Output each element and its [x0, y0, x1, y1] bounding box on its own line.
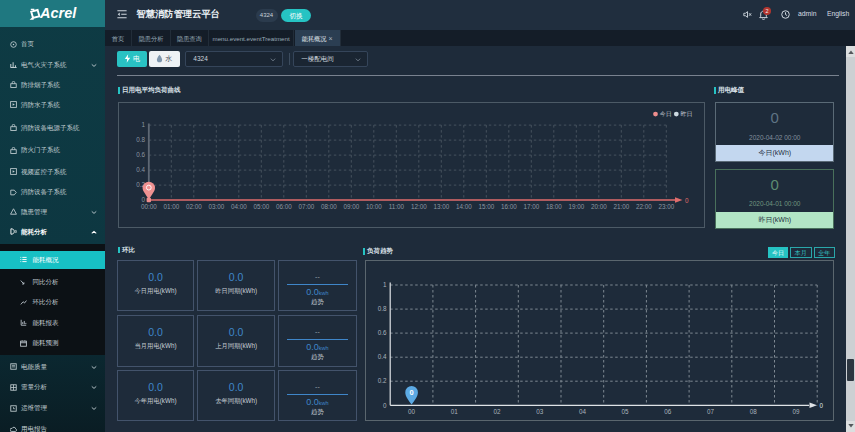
svg-text:0.8: 0.8	[378, 305, 387, 312]
svg-text:07: 07	[707, 407, 715, 414]
svg-text:0.8: 0.8	[136, 137, 145, 144]
svg-text:22:00: 22:00	[635, 203, 651, 210]
svg-text:23:00: 23:00	[658, 203, 674, 210]
svg-text:0: 0	[383, 401, 387, 408]
svg-text:0: 0	[685, 197, 689, 204]
svg-text:20:00: 20:00	[590, 203, 606, 210]
svg-text:02: 02	[493, 407, 501, 414]
svg-text:13:00: 13:00	[433, 203, 449, 210]
svg-text:1: 1	[383, 281, 387, 288]
svg-text:0.2: 0.2	[378, 377, 387, 384]
svg-text:0.4: 0.4	[378, 353, 387, 360]
svg-text:0.4: 0.4	[136, 167, 145, 174]
svg-text:01: 01	[450, 407, 458, 414]
svg-text:09: 09	[792, 407, 800, 414]
svg-text:0: 0	[819, 402, 823, 409]
svg-text:00:00: 00:00	[140, 203, 156, 210]
svg-text:19:00: 19:00	[568, 203, 584, 210]
svg-text:00: 00	[408, 407, 416, 414]
svg-text:今日: 今日	[659, 112, 671, 119]
svg-text:18:00: 18:00	[545, 203, 561, 210]
svg-text:03:00: 03:00	[208, 203, 224, 210]
svg-text:04: 04	[579, 407, 587, 414]
svg-text:10:00: 10:00	[365, 203, 381, 210]
svg-text:08:00: 08:00	[320, 203, 336, 210]
svg-text:02:00: 02:00	[185, 203, 201, 210]
svg-text:12:00: 12:00	[410, 203, 426, 210]
svg-text:08: 08	[749, 407, 757, 414]
svg-text:06:00: 06:00	[275, 203, 291, 210]
svg-text:03: 03	[536, 407, 544, 414]
svg-text:昨日: 昨日	[680, 112, 692, 119]
svg-text:15:00: 15:00	[478, 203, 494, 210]
svg-text:07:00: 07:00	[298, 203, 314, 210]
svg-text:0.6: 0.6	[136, 152, 145, 159]
svg-text:11:00: 11:00	[388, 203, 404, 210]
svg-text:06: 06	[664, 407, 672, 414]
svg-text:04:00: 04:00	[230, 203, 246, 210]
svg-text:16:00: 16:00	[500, 203, 516, 210]
svg-text:09:00: 09:00	[343, 203, 359, 210]
svg-text:21:00: 21:00	[613, 203, 629, 210]
svg-text:05:00: 05:00	[253, 203, 269, 210]
svg-text:17:00: 17:00	[523, 203, 539, 210]
svg-text:05: 05	[621, 407, 629, 414]
svg-text:14:00: 14:00	[455, 203, 471, 210]
svg-text:0.6: 0.6	[378, 329, 387, 336]
svg-text:01:00: 01:00	[163, 203, 179, 210]
svg-text:1: 1	[141, 122, 145, 129]
svg-text:0: 0	[409, 388, 413, 397]
